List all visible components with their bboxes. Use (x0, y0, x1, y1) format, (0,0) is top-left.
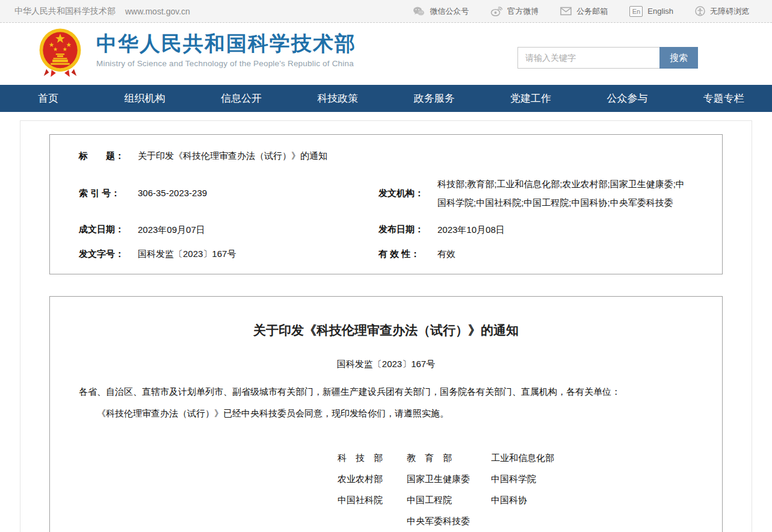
signature-cell: 国家卫生健康委 (407, 468, 491, 489)
nav-item-info-disclosure[interactable]: 信息公开 (193, 85, 289, 112)
site-title: 中华人民共和国科学技术部 (96, 31, 356, 56)
content-container: 标 题： 关于印发《科技伦理审查办法（试行）》的通知 索 引 号： 306-35… (20, 120, 752, 532)
search-button[interactable]: 搜索 (659, 47, 698, 69)
meta-doc-number-value: 国科发监〔2023〕167号 (138, 247, 236, 261)
signature-cell: 科 技 部 (338, 447, 407, 468)
document-paragraph: 各省、自治区、直辖市及计划单列市、副省级城市有关部门，新疆生产建设兵团有关部门，… (79, 385, 693, 399)
document-metadata-table: 标 题： 关于印发《科技伦理审查办法（试行）》的通知 索 引 号： 306-35… (49, 134, 723, 274)
topbar-link-english[interactable]: En English (629, 6, 673, 17)
signature-cell: 农业农村部 (338, 468, 407, 489)
nav-item-party-building[interactable]: 党建工作 (483, 85, 579, 112)
wechat-icon (413, 7, 425, 16)
meta-date-published-label: 发布日期： (378, 224, 437, 235)
brand-block: 中华人民共和国科学技术部 Ministry of Science and Tec… (96, 31, 356, 68)
topbar-link-label: 官方微博 (507, 6, 539, 17)
topbar-link-label: 微信公众号 (430, 6, 469, 17)
topbar-link-weibo[interactable]: 官方微博 (490, 6, 539, 17)
nav-item-special-topics[interactable]: 专题专栏 (676, 85, 772, 112)
document-number: 国科发监〔2023〕167号 (79, 359, 693, 370)
national-emblem-logo (39, 28, 82, 79)
topbar-link-mail[interactable]: 公务邮箱 (560, 6, 608, 17)
meta-row-title: 标 题： 关于印发《科技伦理审查办法（试行）》的通知 (79, 142, 722, 169)
document-title: 关于印发《科技伦理审查办法（试行）》的通知 (79, 322, 693, 339)
nav-item-home[interactable]: 首页 (0, 85, 96, 112)
signature-cell: 中央军委科技委 (407, 510, 491, 531)
meta-validity-label: 有 效 性： (378, 249, 437, 260)
meta-date-published-value: 2023年10月08日 (437, 223, 505, 237)
signature-cell (491, 510, 693, 531)
meta-row-index: 索 引 号： 306-35-2023-239 (79, 169, 378, 218)
topbar-link-accessibility[interactable]: 无障碍浏览 (695, 6, 749, 17)
meta-row-date-written: 成文日期： 2023年09月07日 (79, 218, 378, 243)
meta-row-date-published: 发布日期： 2023年10月08日 (378, 218, 722, 243)
site-name: 中华人民共和国科学技术部 (14, 6, 116, 17)
meta-row-issuing-orgs: 发文机构： 科技部;教育部;工业和信息化部;农业农村部;国家卫生健康委;中国科学… (378, 169, 722, 218)
signature-cell: 中国科协 (491, 489, 693, 510)
signature-cell: 中国社科院 (338, 489, 407, 510)
mail-icon (560, 7, 572, 16)
top-utility-bar: 中华人民共和国科学技术部 www.most.gov.cn 微信公众号 (0, 0, 772, 23)
meta-title-value: 关于印发《科技伦理审查办法（试行）》的通知 (138, 149, 327, 163)
topbar-links: 微信公众号 官方微博 公务邮箱 En (413, 6, 749, 17)
site-header: 中华人民共和国科学技术部 Ministry of Science and Tec… (0, 23, 772, 85)
signature-block: 科 技 部 教 育 部 工业和信息化部 农业农村部 国家卫生健康委 中国科学院 … (338, 447, 693, 532)
signature-cell (338, 510, 407, 531)
topbar-link-label: 公务邮箱 (576, 6, 608, 17)
meta-index-value: 306-35-2023-239 (138, 187, 207, 200)
main-nav: 首页 组织机构 信息公开 科技政策 政务服务 党建工作 公众参与 专题专栏 (0, 85, 772, 112)
topbar-link-label: 无障碍浏览 (710, 6, 749, 17)
meta-validity-value: 有效 (437, 247, 455, 261)
meta-title-label: 标 题： (79, 150, 138, 162)
meta-date-written-label: 成文日期： (79, 224, 138, 235)
signature-cell: 工业和信息化部 (491, 447, 693, 468)
nav-item-organization[interactable]: 组织机构 (96, 85, 193, 112)
site-url: www.most.gov.cn (125, 7, 190, 16)
search-box: 搜索 (517, 47, 698, 69)
topbar-link-wechat[interactable]: 微信公众号 (413, 6, 469, 17)
weibo-icon (490, 7, 502, 16)
nav-item-sci-policy[interactable]: 科技政策 (289, 85, 386, 112)
nav-item-gov-services[interactable]: 政务服务 (386, 85, 483, 112)
signature-cell: 教 育 部 (407, 447, 491, 468)
signature-cell: 中国科学院 (491, 468, 693, 489)
meta-org-value: 科技部;教育部;工业和信息化部;农业农村部;国家卫生健康委;中国科学院;中国社科… (437, 175, 722, 212)
accessibility-icon (695, 6, 705, 16)
meta-row-doc-number: 发文字号： 国科发监〔2023〕167号 (79, 242, 378, 267)
search-input[interactable] (517, 47, 659, 69)
topbar-link-label: English (647, 7, 673, 16)
meta-row-validity: 有 效 性： 有效 (378, 242, 722, 267)
english-icon: En (629, 6, 643, 17)
nav-item-public-participation[interactable]: 公众参与 (579, 85, 675, 112)
document-body: 关于印发《科技伦理审查办法（试行）》的通知 国科发监〔2023〕167号 各省、… (49, 296, 723, 532)
signature-cell: 中国工程院 (407, 489, 491, 510)
meta-date-written-value: 2023年09月07日 (138, 223, 205, 237)
document-paragraph: 《科技伦理审查办法（试行）》已经中央科技委员会同意，现印发给你们，请遵照实施。 (79, 406, 693, 421)
site-subtitle: Ministry of Science and Technology of th… (96, 59, 356, 68)
meta-index-label: 索 引 号： (79, 188, 138, 199)
meta-org-label: 发文机构： (378, 188, 437, 199)
meta-doc-number-label: 发文字号： (79, 249, 138, 260)
